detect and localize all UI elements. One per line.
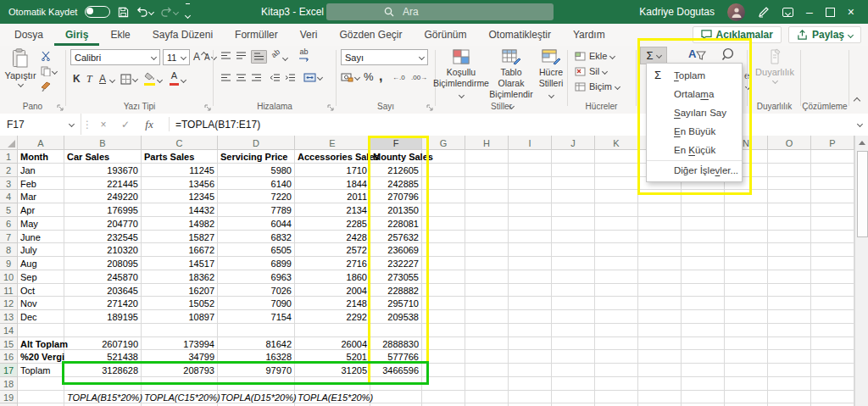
- cell[interactable]: [465, 150, 509, 164]
- row-header-16[interactable]: 16: [0, 350, 18, 364]
- bottom-align-button[interactable]: [251, 50, 267, 64]
- cell[interactable]: [682, 231, 725, 244]
- cell[interactable]: [595, 243, 638, 257]
- comma-style-button[interactable]: ,: [379, 69, 382, 84]
- cell[interactable]: [638, 203, 682, 217]
- cell[interactable]: [811, 150, 854, 164]
- font-size-combo[interactable]: 11: [163, 49, 190, 65]
- cell[interactable]: 232227: [370, 257, 422, 270]
- cell[interactable]: Jan: [18, 164, 64, 177]
- cell[interactable]: Parts Sales: [142, 150, 218, 164]
- cell[interactable]: [682, 270, 725, 284]
- cell[interactable]: [725, 297, 768, 310]
- cell[interactable]: 97970: [218, 364, 295, 377]
- cell[interactable]: [595, 270, 638, 284]
- cell[interactable]: [725, 231, 768, 244]
- tab-giriş[interactable]: Giriş: [54, 24, 99, 46]
- increase-decimal-button[interactable]: ←.0: [392, 74, 405, 81]
- increase-indent-button[interactable]: [285, 74, 296, 82]
- cell[interactable]: 2428: [295, 231, 370, 244]
- minimize-button[interactable]: –: [806, 6, 813, 18]
- col-header-C[interactable]: C: [142, 136, 218, 150]
- cell[interactable]: 203645: [64, 284, 142, 298]
- cell[interactable]: [552, 177, 595, 191]
- cell[interactable]: 16328: [218, 350, 295, 364]
- cell[interactable]: [595, 324, 638, 337]
- cell[interactable]: Car Sales: [64, 150, 142, 164]
- decrease-indent-button[interactable]: [270, 74, 281, 82]
- cell[interactable]: [552, 364, 595, 377]
- menu-item-en-büyük[interactable]: En Büyük: [647, 122, 742, 141]
- cell[interactable]: [768, 231, 811, 244]
- cell[interactable]: [552, 150, 595, 164]
- cell[interactable]: 7026: [218, 284, 295, 298]
- cell[interactable]: [422, 203, 465, 217]
- vertical-scrollbar[interactable]: [854, 136, 868, 406]
- cell[interactable]: [638, 337, 682, 351]
- cell[interactable]: [422, 350, 465, 364]
- cell[interactable]: %20 Vergi: [18, 350, 64, 364]
- cell[interactable]: 6963: [218, 270, 295, 284]
- cell[interactable]: [725, 284, 768, 298]
- cell[interactable]: [509, 231, 552, 244]
- cell[interactable]: [465, 377, 509, 391]
- row-header-13[interactable]: 13: [0, 310, 18, 324]
- cell[interactable]: 7090: [218, 297, 295, 310]
- cell[interactable]: 228882: [370, 284, 422, 298]
- fill-color-chevron-icon[interactable]: [157, 77, 163, 83]
- cell[interactable]: [465, 391, 509, 404]
- cell[interactable]: [811, 337, 854, 351]
- cell[interactable]: 295710: [370, 297, 422, 310]
- cell[interactable]: [768, 217, 811, 231]
- row-header-19[interactable]: 19: [0, 391, 18, 404]
- cell[interactable]: [142, 377, 218, 391]
- cell[interactable]: [768, 324, 811, 337]
- cell[interactable]: [811, 364, 854, 377]
- cell[interactable]: [552, 164, 595, 177]
- cell[interactable]: 2148: [295, 297, 370, 310]
- name-box[interactable]: F17: [0, 114, 81, 135]
- cell[interactable]: 521438: [64, 350, 142, 364]
- cell[interactable]: 16207: [142, 284, 218, 298]
- fill-color-button[interactable]: [144, 72, 155, 86]
- cell[interactable]: [682, 310, 725, 324]
- cell[interactable]: TOPLA(D15*20%): [218, 391, 295, 404]
- cell[interactable]: [768, 203, 811, 217]
- format-painter-button[interactable]: [41, 81, 51, 92]
- confirm-entry-icon[interactable]: ✓: [117, 114, 134, 135]
- cell[interactable]: [768, 377, 811, 391]
- cell[interactable]: 6899: [218, 257, 295, 270]
- insert-cells-button[interactable]: Ekle: [575, 51, 615, 61]
- cell[interactable]: 5980: [218, 164, 295, 177]
- row-header-4[interactable]: 4: [0, 190, 18, 203]
- cell[interactable]: Oct: [18, 284, 64, 298]
- cell[interactable]: 6505: [218, 243, 295, 257]
- cell[interactable]: [811, 310, 854, 324]
- cell[interactable]: [552, 297, 595, 310]
- cell[interactable]: [218, 377, 295, 391]
- cell[interactable]: 3466596: [370, 364, 422, 377]
- col-header-H[interactable]: H: [465, 136, 509, 150]
- cell[interactable]: [725, 337, 768, 351]
- cell[interactable]: [638, 364, 682, 377]
- cell[interactable]: [509, 177, 552, 191]
- cell[interactable]: [552, 190, 595, 203]
- cell[interactable]: 7220: [218, 190, 295, 203]
- autosave-toggle[interactable]: [85, 6, 110, 18]
- cell[interactable]: 208793: [142, 364, 218, 377]
- cell[interactable]: [422, 231, 465, 244]
- cell[interactable]: [552, 310, 595, 324]
- cell[interactable]: [725, 203, 768, 217]
- cell[interactable]: [595, 257, 638, 270]
- cell[interactable]: [595, 337, 638, 351]
- search-input[interactable]: [401, 5, 531, 19]
- cell[interactable]: [811, 350, 854, 364]
- underline-button[interactable]: A: [99, 73, 106, 85]
- cell[interactable]: [370, 391, 422, 404]
- cell[interactable]: 193670: [64, 164, 142, 177]
- cell[interactable]: [595, 150, 638, 164]
- cell[interactable]: [552, 391, 595, 404]
- cell[interactable]: 201350: [370, 203, 422, 217]
- cell[interactable]: 270796: [370, 190, 422, 203]
- cell[interactable]: 2292: [295, 310, 370, 324]
